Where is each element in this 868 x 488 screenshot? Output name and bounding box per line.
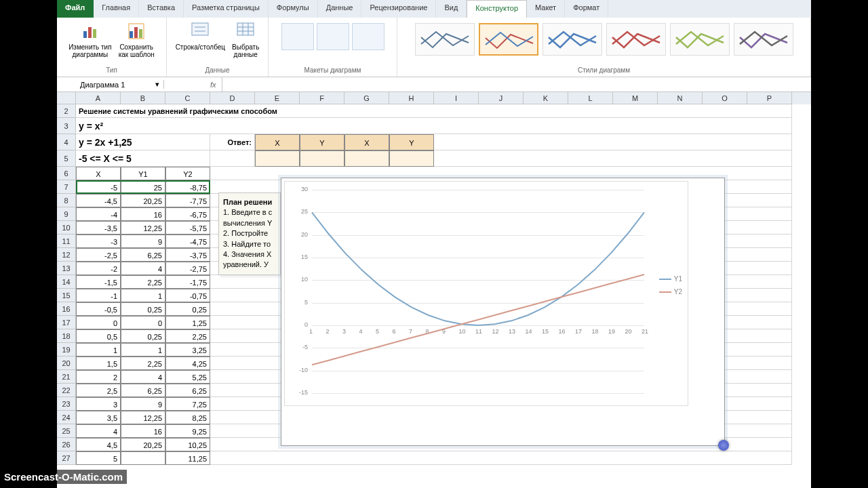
cell[interactable]	[255, 150, 300, 167]
cell[interactable]: 20,25	[121, 438, 165, 451]
cell[interactable]: 1	[121, 343, 165, 357]
cell[interactable]: -4,5	[76, 194, 121, 207]
row-header[interactable]: 14	[57, 275, 76, 289]
cell[interactable]: 4	[121, 262, 165, 275]
cell[interactable]: -5 <= X <= 5	[76, 150, 210, 167]
chart-layout-2[interactable]	[317, 23, 349, 50]
col-header-M[interactable]: M	[613, 92, 658, 104]
col-header-F[interactable]: F	[300, 92, 344, 104]
row-header[interactable]: 15	[57, 289, 76, 302]
row-header[interactable]: 6	[57, 167, 76, 180]
tab-file[interactable]: Файл	[57, 0, 94, 18]
tab-layout[interactable]: Макет	[527, 0, 565, 18]
cell[interactable]: -5	[76, 180, 121, 194]
row-header[interactable]: 7	[57, 180, 76, 194]
cell[interactable]: 4	[76, 424, 121, 438]
cell[interactable]	[210, 451, 792, 465]
cell[interactable]: -8,75	[165, 180, 210, 194]
cell[interactable]: 0,25	[165, 302, 210, 316]
cell[interactable]: 7,25	[165, 397, 210, 411]
row-header[interactable]: 21	[57, 370, 76, 384]
chart-legend[interactable]: Y1 Y2	[659, 270, 682, 301]
select-data-button[interactable]: Выбрать данные	[231, 19, 260, 60]
col-header-A[interactable]: A	[76, 92, 121, 104]
cell[interactable]: 9	[121, 397, 165, 411]
row-header[interactable]: 10	[57, 221, 76, 235]
cell[interactable]: X	[344, 134, 389, 150]
chart-layout-3[interactable]	[352, 23, 384, 50]
row-header[interactable]: 9	[57, 207, 76, 221]
col-header-K[interactable]: K	[524, 92, 568, 104]
cell[interactable]: Y2	[165, 167, 210, 180]
cell[interactable]: X	[255, 134, 300, 150]
cell[interactable]: 3	[76, 397, 121, 411]
cell[interactable]: 16	[121, 424, 165, 438]
row-header[interactable]: 11	[57, 235, 76, 248]
col-header-L[interactable]: L	[568, 92, 613, 104]
row-header[interactable]: 3	[57, 118, 76, 134]
cell[interactable]	[210, 150, 255, 167]
cell[interactable]: 12,25	[121, 411, 165, 424]
col-header-E[interactable]: E	[255, 92, 300, 104]
tab-data[interactable]: Данные	[318, 0, 362, 18]
cell[interactable]	[300, 150, 344, 167]
cell[interactable]: -3,75	[165, 248, 210, 262]
cell[interactable]: Y	[389, 134, 434, 150]
col-header-J[interactable]: J	[479, 92, 524, 104]
cell[interactable]: -3	[76, 235, 121, 248]
row-header[interactable]: 18	[57, 329, 76, 343]
cell[interactable]: 0,25	[121, 329, 165, 343]
row-header[interactable]: 17	[57, 316, 76, 329]
tab-pagelayout[interactable]: Разметка страницы	[184, 0, 269, 18]
row-header[interactable]: 4	[57, 134, 76, 150]
switch-row-col-button[interactable]: Строка/столбец	[174, 19, 226, 60]
row-header[interactable]: 16	[57, 302, 76, 316]
cell[interactable]: 8,25	[165, 411, 210, 424]
cell[interactable]: 1	[121, 289, 165, 302]
tab-formulas[interactable]: Формулы	[269, 0, 318, 18]
cell[interactable]: 9,25	[165, 424, 210, 438]
cell[interactable]: 5,25	[165, 370, 210, 384]
row-header[interactable]: 22	[57, 384, 76, 397]
change-chart-type-button[interactable]: Изменить тип диаграммы	[67, 19, 113, 60]
cell[interactable]: -0,5	[76, 302, 121, 316]
col-header-B[interactable]: B	[121, 92, 165, 104]
row-header[interactable]: 20	[57, 357, 76, 370]
cell[interactable]: X	[76, 167, 121, 180]
cell[interactable]: 0,25	[121, 302, 165, 316]
row-header[interactable]: 25	[57, 424, 76, 438]
tab-view[interactable]: Вид	[436, 0, 467, 18]
tab-home[interactable]: Главная	[94, 0, 139, 18]
cell[interactable]: -0,75	[165, 289, 210, 302]
cell[interactable]: 4,25	[165, 357, 210, 370]
chart-style-4[interactable]	[606, 23, 666, 56]
row-header[interactable]: 26	[57, 438, 76, 451]
dropdown-icon[interactable]: ▾	[155, 80, 159, 89]
cell[interactable]: 4,5	[76, 438, 121, 451]
chart-style-1[interactable]	[415, 23, 475, 56]
cell[interactable]: -1,75	[165, 275, 210, 289]
cell[interactable]: 0	[121, 316, 165, 329]
tab-design[interactable]: Конструктор	[467, 0, 527, 18]
save-template-button[interactable]: Сохранить как шаблон	[117, 19, 156, 60]
chart-object[interactable]: -15-10-505101520253012345678910111213141…	[281, 178, 725, 446]
chart-style-3[interactable]	[542, 23, 602, 56]
cell[interactable]: 0	[76, 316, 121, 329]
row-header[interactable]: 12	[57, 248, 76, 262]
col-header-N[interactable]: N	[658, 92, 703, 104]
cell[interactable]: -2,5	[76, 248, 121, 262]
select-all-corner[interactable]	[57, 92, 76, 104]
cell[interactable]: 2,25	[121, 275, 165, 289]
cell[interactable]: -5,75	[165, 221, 210, 235]
cell[interactable]: 4	[121, 370, 165, 384]
cell[interactable]: 6,25	[165, 384, 210, 397]
cell[interactable]: 1,5	[76, 357, 121, 370]
cell[interactable]	[434, 150, 792, 167]
worksheet-grid[interactable]: 2Решение системы уравнений графическим с…	[57, 104, 811, 484]
cell[interactable]	[434, 134, 792, 150]
row-header[interactable]: 5	[57, 150, 76, 167]
cell[interactable]: Y1	[121, 167, 165, 180]
cell[interactable]: Y	[300, 134, 344, 150]
cell[interactable]: -1,5	[76, 275, 121, 289]
cell[interactable]: -1	[76, 289, 121, 302]
